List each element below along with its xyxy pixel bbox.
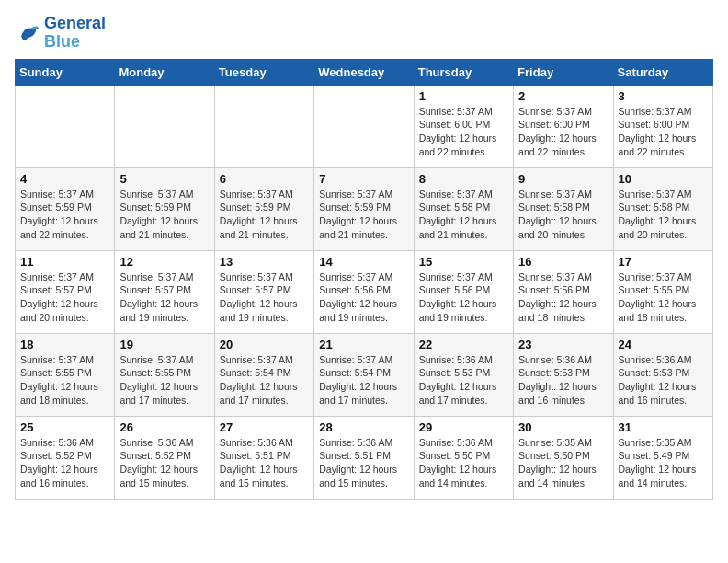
calendar-cell: 10Sunrise: 5:37 AM Sunset: 5:58 PM Dayli… — [613, 167, 712, 250]
day-info: Sunrise: 5:36 AM Sunset: 5:53 PM Dayligh… — [419, 353, 508, 408]
calendar-cell: 5Sunrise: 5:37 AM Sunset: 5:59 PM Daylig… — [115, 167, 214, 250]
calendar-cell: 4Sunrise: 5:37 AM Sunset: 5:59 PM Daylig… — [16, 167, 115, 250]
day-info: Sunrise: 5:37 AM Sunset: 5:55 PM Dayligh… — [20, 353, 109, 408]
calendar-cell: 13Sunrise: 5:37 AM Sunset: 5:57 PM Dayli… — [214, 250, 313, 333]
day-number: 26 — [119, 420, 209, 434]
calendar-week-1: 1Sunrise: 5:37 AM Sunset: 6:00 PM Daylig… — [16, 85, 713, 167]
day-number: 11 — [20, 255, 109, 269]
day-number: 2 — [518, 89, 608, 103]
calendar-week-2: 4Sunrise: 5:37 AM Sunset: 5:59 PM Daylig… — [16, 167, 713, 250]
day-info: Sunrise: 5:37 AM Sunset: 5:58 PM Dayligh… — [619, 188, 708, 242]
day-info: Sunrise: 5:36 AM Sunset: 5:52 PM Dayligh… — [119, 436, 209, 490]
day-number: 24 — [619, 338, 708, 351]
calendar-cell: 29Sunrise: 5:36 AM Sunset: 5:50 PM Dayli… — [414, 416, 513, 499]
day-info: Sunrise: 5:37 AM Sunset: 5:56 PM Dayligh… — [518, 270, 608, 325]
calendar-cell: 15Sunrise: 5:37 AM Sunset: 5:56 PM Dayli… — [414, 250, 513, 333]
day-info: Sunrise: 5:35 AM Sunset: 5:49 PM Dayligh… — [619, 436, 708, 490]
calendar-cell: 17Sunrise: 5:37 AM Sunset: 5:55 PM Dayli… — [613, 250, 712, 333]
calendar-cell: 18Sunrise: 5:37 AM Sunset: 5:55 PM Dayli… — [16, 333, 115, 416]
calendar-cell: 2Sunrise: 5:37 AM Sunset: 6:00 PM Daylig… — [514, 85, 613, 167]
day-number: 10 — [619, 172, 708, 186]
calendar-cell — [115, 85, 214, 167]
calendar-cell: 3Sunrise: 5:37 AM Sunset: 6:00 PM Daylig… — [613, 85, 712, 167]
calendar-week-4: 18Sunrise: 5:37 AM Sunset: 5:55 PM Dayli… — [16, 333, 713, 416]
day-number: 18 — [20, 338, 109, 351]
day-number: 22 — [419, 338, 508, 351]
calendar-cell: 23Sunrise: 5:36 AM Sunset: 5:53 PM Dayli… — [514, 333, 613, 416]
header-day-monday: Monday — [115, 59, 214, 85]
day-number: 19 — [119, 338, 209, 351]
day-info: Sunrise: 5:37 AM Sunset: 5:59 PM Dayligh… — [20, 188, 109, 242]
page-header: GeneralBlue — [15, 15, 713, 52]
header-day-tuesday: Tuesday — [214, 59, 313, 85]
day-number: 25 — [20, 420, 109, 434]
logo: GeneralBlue — [15, 15, 106, 52]
day-number: 23 — [518, 338, 608, 351]
calendar-cell: 30Sunrise: 5:35 AM Sunset: 5:50 PM Dayli… — [514, 416, 613, 499]
day-info: Sunrise: 5:37 AM Sunset: 6:00 PM Dayligh… — [419, 105, 508, 159]
day-number: 28 — [319, 420, 408, 434]
day-number: 13 — [220, 255, 309, 269]
calendar-cell: 24Sunrise: 5:36 AM Sunset: 5:53 PM Dayli… — [613, 333, 712, 416]
day-info: Sunrise: 5:36 AM Sunset: 5:53 PM Dayligh… — [619, 353, 708, 408]
day-number: 16 — [518, 255, 608, 269]
day-number: 4 — [20, 172, 109, 186]
day-info: Sunrise: 5:37 AM Sunset: 5:56 PM Dayligh… — [319, 270, 408, 325]
day-number: 29 — [419, 420, 508, 434]
calendar-cell: 16Sunrise: 5:37 AM Sunset: 5:56 PM Dayli… — [514, 250, 613, 333]
day-info: Sunrise: 5:37 AM Sunset: 5:55 PM Dayligh… — [619, 270, 708, 325]
day-info: Sunrise: 5:36 AM Sunset: 5:52 PM Dayligh… — [20, 436, 109, 490]
day-number: 30 — [518, 420, 608, 434]
day-number: 31 — [619, 420, 708, 434]
day-info: Sunrise: 5:37 AM Sunset: 5:59 PM Dayligh… — [119, 188, 209, 242]
calendar-cell: 26Sunrise: 5:36 AM Sunset: 5:52 PM Dayli… — [115, 416, 214, 499]
calendar-cell: 1Sunrise: 5:37 AM Sunset: 6:00 PM Daylig… — [414, 85, 513, 167]
day-info: Sunrise: 5:37 AM Sunset: 5:57 PM Dayligh… — [20, 270, 109, 325]
day-info: Sunrise: 5:37 AM Sunset: 5:58 PM Dayligh… — [518, 188, 608, 242]
calendar-cell: 27Sunrise: 5:36 AM Sunset: 5:51 PM Dayli… — [214, 416, 313, 499]
day-number: 3 — [619, 89, 708, 103]
header-day-thursday: Thursday — [414, 59, 513, 85]
header-day-saturday: Saturday — [613, 59, 712, 85]
day-number: 5 — [119, 172, 209, 186]
header-day-wednesday: Wednesday — [314, 59, 414, 85]
calendar-cell: 19Sunrise: 5:37 AM Sunset: 5:55 PM Dayli… — [115, 333, 214, 416]
day-info: Sunrise: 5:37 AM Sunset: 5:55 PM Dayligh… — [119, 353, 209, 408]
calendar-cell: 6Sunrise: 5:37 AM Sunset: 5:59 PM Daylig… — [214, 167, 313, 250]
day-info: Sunrise: 5:36 AM Sunset: 5:50 PM Dayligh… — [419, 436, 508, 490]
calendar-cell: 21Sunrise: 5:37 AM Sunset: 5:54 PM Dayli… — [314, 333, 414, 416]
calendar-cell: 31Sunrise: 5:35 AM Sunset: 5:49 PM Dayli… — [613, 416, 712, 499]
day-info: Sunrise: 5:37 AM Sunset: 5:54 PM Dayligh… — [319, 353, 408, 408]
logo-icon — [15, 20, 40, 46]
day-number: 7 — [319, 172, 408, 186]
day-info: Sunrise: 5:37 AM Sunset: 5:59 PM Dayligh… — [319, 188, 408, 242]
day-number: 9 — [518, 172, 608, 186]
day-info: Sunrise: 5:36 AM Sunset: 5:51 PM Dayligh… — [319, 436, 408, 490]
calendar-cell: 14Sunrise: 5:37 AM Sunset: 5:56 PM Dayli… — [314, 250, 414, 333]
day-number: 6 — [220, 172, 309, 186]
day-number: 14 — [319, 255, 408, 269]
day-number: 1 — [419, 89, 508, 103]
calendar-cell: 8Sunrise: 5:37 AM Sunset: 5:58 PM Daylig… — [414, 167, 513, 250]
logo-text: GeneralBlue — [44, 15, 106, 52]
day-info: Sunrise: 5:36 AM Sunset: 5:53 PM Dayligh… — [518, 353, 608, 408]
calendar-table: SundayMondayTuesdayWednesdayThursdayFrid… — [15, 59, 713, 500]
day-info: Sunrise: 5:37 AM Sunset: 5:57 PM Dayligh… — [220, 270, 309, 325]
day-info: Sunrise: 5:37 AM Sunset: 5:56 PM Dayligh… — [419, 270, 508, 325]
day-info: Sunrise: 5:35 AM Sunset: 5:50 PM Dayligh… — [518, 436, 608, 490]
calendar-week-5: 25Sunrise: 5:36 AM Sunset: 5:52 PM Dayli… — [16, 416, 713, 499]
calendar-cell: 20Sunrise: 5:37 AM Sunset: 5:54 PM Dayli… — [214, 333, 313, 416]
calendar-cell — [314, 85, 414, 167]
calendar-cell: 12Sunrise: 5:37 AM Sunset: 5:57 PM Dayli… — [115, 250, 214, 333]
calendar-cell: 22Sunrise: 5:36 AM Sunset: 5:53 PM Dayli… — [414, 333, 513, 416]
calendar-cell: 7Sunrise: 5:37 AM Sunset: 5:59 PM Daylig… — [314, 167, 414, 250]
calendar-week-3: 11Sunrise: 5:37 AM Sunset: 5:57 PM Dayli… — [16, 250, 713, 333]
day-info: Sunrise: 5:37 AM Sunset: 6:00 PM Dayligh… — [518, 105, 608, 159]
day-info: Sunrise: 5:37 AM Sunset: 5:57 PM Dayligh… — [119, 270, 209, 325]
day-number: 17 — [619, 255, 708, 269]
day-number: 8 — [419, 172, 508, 186]
header-day-sunday: Sunday — [16, 59, 115, 85]
day-number: 12 — [119, 255, 209, 269]
calendar-cell: 25Sunrise: 5:36 AM Sunset: 5:52 PM Dayli… — [16, 416, 115, 499]
day-number: 15 — [419, 255, 508, 269]
